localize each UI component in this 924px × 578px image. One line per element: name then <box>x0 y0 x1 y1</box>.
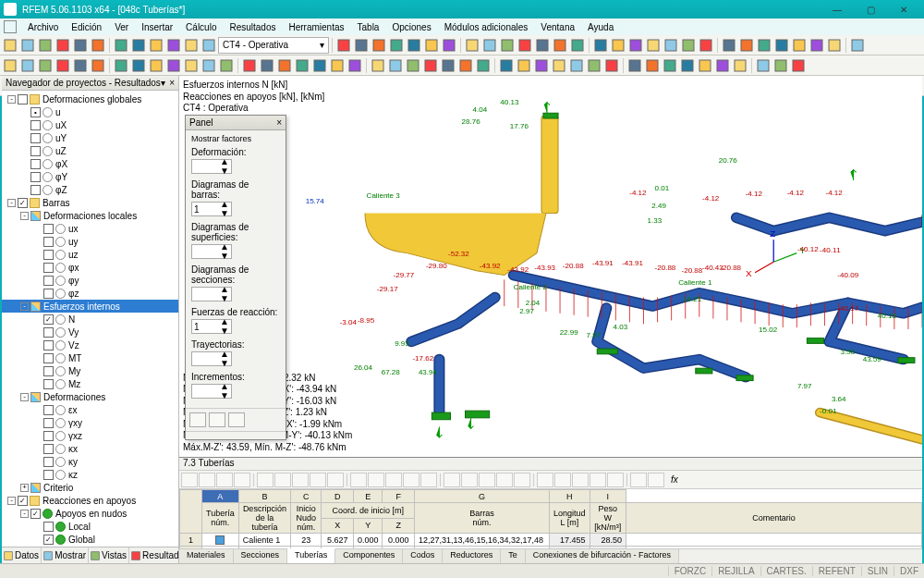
toolbar-button[interactable] <box>37 37 54 54</box>
table-tool-button[interactable] <box>292 473 309 487</box>
tree-node[interactable]: κy <box>2 455 178 468</box>
panel-spinner[interactable]: 1▲▼ <box>191 202 232 216</box>
table-tool-button[interactable] <box>350 473 367 487</box>
table-tool-button[interactable] <box>479 473 495 487</box>
tree-checkbox[interactable]: ✓ <box>18 198 28 208</box>
table-tool-button[interactable] <box>590 473 606 487</box>
menu-insertar[interactable]: Insertar <box>136 21 178 33</box>
tree-checkbox[interactable] <box>30 172 41 182</box>
toolbar-button[interactable] <box>329 57 346 74</box>
table-tab[interactable]: Conexiones de bifurcación - Factores <box>526 549 679 563</box>
tree-node[interactable]: -Deformaciones <box>2 390 178 403</box>
menu-resultados[interactable]: Resultados <box>224 21 281 33</box>
toolbar-button[interactable] <box>603 57 620 74</box>
tree-twisty-icon[interactable]: - <box>7 497 16 505</box>
toolbar-button[interactable] <box>90 37 106 54</box>
tree-node[interactable]: -✓Barras <box>2 196 178 209</box>
tree-checkbox[interactable] <box>43 289 54 299</box>
toolbar-button[interactable] <box>2 57 18 74</box>
toolbar-button[interactable] <box>663 37 679 54</box>
toolbar-button[interactable] <box>732 57 748 74</box>
tree-twisty-icon[interactable]: - <box>20 393 29 401</box>
tree-checkbox[interactable] <box>30 120 41 130</box>
toolbar-button[interactable] <box>498 57 515 74</box>
toolbar-button[interactable] <box>19 57 36 74</box>
toolbar-button[interactable] <box>335 37 352 54</box>
tree-node[interactable]: φz <box>2 287 178 300</box>
table-tool-button[interactable] <box>327 473 344 487</box>
toolbar-button[interactable] <box>218 57 235 74</box>
tree-node[interactable]: -✓Apoyos en nudos <box>2 507 178 520</box>
toolbar-button[interactable] <box>423 37 440 54</box>
menu-ver[interactable]: Ver <box>109 21 134 33</box>
table-tool-button[interactable] <box>496 473 513 487</box>
toolbar-button[interactable] <box>90 57 106 74</box>
tree-node[interactable]: εx <box>2 403 178 416</box>
tree-node[interactable]: •u <box>2 105 178 118</box>
tree-checkbox[interactable] <box>43 224 54 234</box>
tree-node[interactable]: MT <box>2 351 178 364</box>
toolbar-button[interactable] <box>626 57 643 74</box>
nav-tab-mostrar[interactable]: Mostrar <box>42 547 89 563</box>
toolbar-button[interactable] <box>464 37 480 54</box>
toolbar-button[interactable] <box>405 57 421 74</box>
toolbar-button[interactable] <box>627 37 644 54</box>
minimize-button[interactable]: — <box>821 1 854 18</box>
tree-checkbox[interactable]: • <box>30 107 41 117</box>
toolbar-button[interactable] <box>791 37 808 54</box>
toolbar-button[interactable] <box>517 37 533 54</box>
tree-checkbox[interactable] <box>43 522 54 532</box>
toolbar-button[interactable] <box>294 57 310 74</box>
table-tool-button[interactable] <box>514 473 530 487</box>
tree-checkbox[interactable]: ✓ <box>30 509 41 519</box>
tree-node[interactable]: ✓Global <box>2 533 178 546</box>
menu-archivo[interactable]: Archivo <box>22 21 64 33</box>
toolbar-button[interactable] <box>738 37 755 54</box>
tree-node[interactable]: ux <box>2 222 178 235</box>
navigator-pin-icon[interactable]: ▾ <box>161 78 165 88</box>
tree-checkbox[interactable]: ✓ <box>43 314 54 325</box>
toolbar-button[interactable] <box>645 37 662 54</box>
toolbar-button[interactable] <box>644 57 661 74</box>
tree-checkbox[interactable] <box>43 327 54 338</box>
tree-twisty-icon[interactable]: + <box>20 484 29 492</box>
toolbar-button[interactable] <box>346 57 363 74</box>
tree-node[interactable]: Mz <box>2 377 178 390</box>
tree-checkbox[interactable]: ✓ <box>43 535 54 545</box>
toolbar-button[interactable] <box>721 37 737 54</box>
tree-node[interactable]: uZ <box>2 144 178 157</box>
toolbar-button[interactable] <box>37 57 54 74</box>
table-tool-button[interactable] <box>199 473 215 487</box>
tree-checkbox[interactable] <box>43 457 54 467</box>
panel-close-icon[interactable]: × <box>276 117 282 128</box>
tree-node[interactable]: My <box>2 364 178 377</box>
table-tab[interactable]: Codos <box>403 549 443 563</box>
table-tab[interactable]: Reductores <box>443 549 501 563</box>
toolbar-button[interactable] <box>422 57 439 74</box>
tree-node[interactable]: uy <box>2 235 178 248</box>
toolbar-button[interactable] <box>183 37 200 54</box>
tree-node[interactable]: -Deformaciones locales <box>2 209 178 222</box>
tree-checkbox[interactable]: ✓ <box>18 496 28 506</box>
tree-checkbox[interactable] <box>43 276 54 286</box>
tree-node[interactable]: ✓N <box>2 313 178 326</box>
table-tool-button[interactable] <box>648 473 664 487</box>
tree-node[interactable]: Local <box>2 520 178 533</box>
toolbar-button[interactable] <box>773 37 790 54</box>
table-tool-button[interactable] <box>572 473 589 487</box>
toolbar-button[interactable] <box>679 57 696 74</box>
toolbar-button[interactable] <box>568 57 585 74</box>
tree-twisty-icon[interactable]: - <box>20 212 29 220</box>
toolbar-button[interactable] <box>276 57 293 74</box>
menu-ayuda[interactable]: Ayuda <box>582 21 619 33</box>
menu-cálculo[interactable]: Cálculo <box>180 21 222 33</box>
table-tool-button[interactable] <box>607 473 624 487</box>
toolbar-button[interactable] <box>259 57 275 74</box>
toolbar-button[interactable] <box>714 57 731 74</box>
table-tool-button[interactable] <box>461 473 478 487</box>
tree-node[interactable]: φZ <box>2 183 178 196</box>
table-tool-button[interactable] <box>216 473 233 487</box>
toolbar-button[interactable] <box>755 57 772 74</box>
toolbar-button[interactable] <box>610 37 626 54</box>
tree-checkbox[interactable] <box>18 94 28 105</box>
